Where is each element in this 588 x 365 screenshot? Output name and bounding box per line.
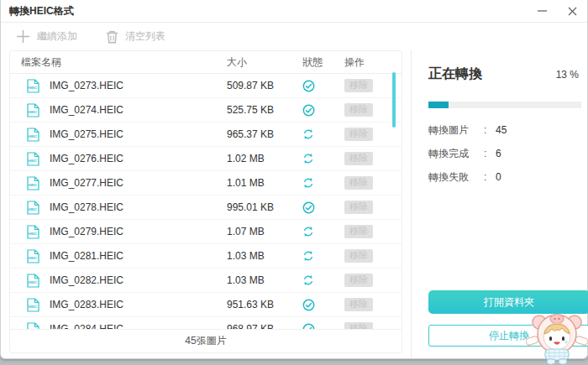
title-bar: 轉換HEIC格式 (1, 0, 587, 23)
stat-value: 45 (496, 124, 507, 136)
refresh-icon (302, 128, 314, 140)
file-name-cell: HEIC IMG_0279.HEIC (10, 225, 218, 239)
action-cell: 移除 (336, 152, 402, 165)
remove-button[interactable]: 移除 (344, 249, 373, 263)
file-size: 1.03 MB (218, 274, 294, 286)
remove-button[interactable]: 移除 (344, 274, 373, 287)
remove-button[interactable]: 移除 (344, 176, 373, 190)
panel-title: 正在轉換 (428, 65, 482, 83)
clear-list-button[interactable]: 清空列表 (106, 29, 165, 44)
file-name: IMG_0279.HEIC (50, 226, 123, 237)
svg-text:HEIC: HEIC (29, 158, 37, 162)
remove-button[interactable]: 移除 (344, 103, 373, 117)
column-header-action: 操作 (336, 55, 402, 70)
svg-text:HEIC: HEIC (29, 279, 37, 284)
file-size: 1.07 MB (218, 226, 294, 237)
heic-file-icon: HEIC (27, 201, 39, 215)
close-button[interactable] (557, 0, 587, 22)
table-row[interactable]: HEIC IMG_0284.HEIC 968.97 KB (10, 317, 402, 329)
table-row[interactable]: HEIC IMG_0281.HEIC 1.03 MB (10, 244, 402, 269)
file-name: IMG_0282.HEIC (50, 274, 123, 286)
trash-icon (106, 30, 118, 44)
window-title: 轉換HEIC格式 (1, 4, 74, 18)
stat-colon: : (484, 148, 496, 159)
table-row[interactable]: HEIC IMG_0282.HEIC 1.03 MB (10, 269, 402, 293)
action-cell: 移除 (336, 274, 402, 287)
svg-text:HEIC: HEIC (29, 182, 37, 186)
status-cell (294, 128, 336, 140)
column-header-status: 狀態 (294, 55, 336, 70)
stat-label: 轉換圖片 (428, 123, 484, 138)
check-circle-icon (302, 104, 315, 117)
file-size: 968.97 KB (218, 323, 294, 329)
conversion-panel: 正在轉換 13 % 轉換圖片:45轉換完成:6轉換失敗:0 打開資料夾 停止轉換 (411, 50, 587, 358)
heic-file-icon: HEIC (27, 274, 39, 288)
heic-file-icon: HEIC (27, 128, 39, 142)
add-files-button[interactable]: 繼續添加 (16, 29, 77, 44)
status-cell (294, 153, 336, 164)
table-row[interactable]: HEIC IMG_0273.HEIC 509.87 KB (10, 74, 402, 98)
table-row[interactable]: HEIC IMG_0279.HEIC 1.07 MB (10, 220, 402, 244)
remove-button[interactable]: 移除 (344, 201, 373, 214)
check-circle-icon (302, 323, 315, 330)
minimize-icon (538, 7, 547, 16)
action-cell: 移除 (336, 249, 402, 263)
panel-spacer (428, 189, 580, 290)
stat-value: 0 (496, 171, 501, 183)
remove-button[interactable]: 移除 (344, 128, 373, 141)
add-files-label: 繼續添加 (37, 29, 77, 44)
remove-button[interactable]: 移除 (344, 298, 373, 311)
file-name: IMG_0284.HEIC (50, 323, 123, 329)
file-name: IMG_0273.HEIC (50, 80, 123, 91)
svg-text:HEIC: HEIC (29, 109, 37, 113)
file-name-cell: HEIC IMG_0274.HEIC (10, 103, 218, 117)
check-circle-icon (302, 80, 315, 92)
table-row[interactable]: HEIC IMG_0276.HEIC 1.02 MB (10, 147, 402, 171)
file-name: IMG_0283.HEIC (50, 299, 123, 310)
status-cell (294, 274, 336, 286)
table-row[interactable]: HEIC IMG_0274.HEIC 525.75 KB (10, 98, 402, 123)
progress-percent: 13 % (556, 69, 580, 81)
table-row[interactable]: HEIC IMG_0275.HEIC 965.37 KB (10, 123, 402, 147)
file-size: 1.01 MB (218, 177, 294, 189)
main-area: 檔案名稱 大小 狀態 操作 HEIC IMG_0273.HEIC 509.87 … (1, 50, 587, 358)
remove-button[interactable]: 移除 (344, 79, 373, 92)
file-name: IMG_0278.HEIC (50, 201, 123, 213)
stat-label: 轉換完成 (428, 147, 484, 161)
remove-button[interactable]: 移除 (344, 152, 373, 165)
file-size: 509.87 KB (218, 80, 294, 91)
table-row[interactable]: HEIC IMG_0278.HEIC 995.01 KB (10, 196, 402, 220)
file-name-cell: HEIC IMG_0276.HEIC (10, 152, 218, 166)
remove-button[interactable]: 移除 (344, 225, 373, 238)
refresh-icon (302, 250, 314, 262)
action-cell: 移除 (336, 298, 402, 311)
file-size: 965.37 KB (218, 128, 294, 140)
stat-colon: : (484, 124, 496, 136)
remove-button[interactable]: 移除 (344, 322, 373, 329)
toolbar: 繼續添加 清空列表 (1, 23, 587, 50)
conversion-stats: 轉換圖片:45轉換完成:6轉換失敗:0 (428, 118, 580, 189)
file-name-cell: HEIC IMG_0281.HEIC (10, 249, 218, 263)
file-size: 1.03 MB (218, 250, 294, 262)
heic-converter-window: 轉換HEIC格式 繼續添加 (0, 0, 588, 359)
svg-text:HEIC: HEIC (29, 304, 37, 308)
file-name-cell: HEIC IMG_0277.HEIC (10, 176, 218, 190)
minimize-button[interactable] (527, 0, 557, 22)
table-row[interactable]: HEIC IMG_0283.HEIC 951.63 KB (10, 293, 402, 317)
close-icon (568, 7, 577, 16)
status-cell (294, 323, 336, 330)
file-table: 檔案名稱 大小 狀態 操作 HEIC IMG_0273.HEIC 509.87 … (9, 50, 402, 353)
table-header: 檔案名稱 大小 狀態 操作 (10, 51, 402, 74)
file-name-cell: HEIC IMG_0282.HEIC (10, 274, 218, 288)
table-row[interactable]: HEIC IMG_0277.HEIC 1.01 MB (10, 171, 402, 196)
stat-label: 轉換失敗 (428, 170, 484, 185)
progress-bar (428, 102, 581, 108)
status-cell (294, 201, 336, 214)
file-name-cell: HEIC IMG_0283.HEIC (10, 298, 218, 312)
scrollbar-thumb[interactable] (392, 72, 396, 128)
check-circle-icon (302, 201, 315, 214)
open-folder-button[interactable]: 打開資料夾 (428, 290, 588, 314)
stop-conversion-button[interactable]: 停止轉換 (428, 325, 588, 347)
file-size: 525.75 KB (218, 104, 294, 116)
status-cell (294, 299, 336, 311)
